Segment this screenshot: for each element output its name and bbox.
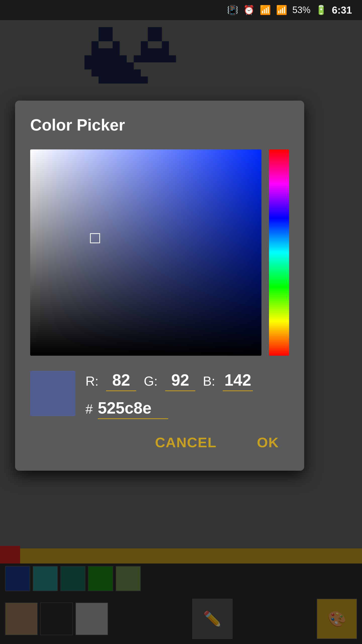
picker-area[interactable] xyxy=(30,149,289,356)
color-preview-swatch xyxy=(30,371,75,416)
dialog-title: Color Picker xyxy=(30,116,289,134)
color-inputs: R: 82 G: 92 B: 142 # 525c8e xyxy=(85,371,289,419)
color-gradient[interactable] xyxy=(30,149,261,356)
dialog-buttons: CANCEL OK xyxy=(30,429,289,456)
rgb-row: R: 82 G: 92 B: 142 xyxy=(85,371,289,391)
g-label: G: xyxy=(144,374,158,389)
gradient-crosshair[interactable] xyxy=(90,233,100,243)
time-display: 6:31 xyxy=(332,5,352,16)
alarm-icon: ⏰ xyxy=(243,5,255,15)
b-value[interactable]: 142 xyxy=(223,371,253,391)
r-value[interactable]: 82 xyxy=(106,371,136,391)
color-picker-dialog: Color Picker R: 82 G: 92 B: 142 # 525c8e xyxy=(15,101,304,471)
color-values-section: R: 82 G: 92 B: 142 # 525c8e xyxy=(30,371,289,419)
status-bar: 📳 ⏰ 📶 📶 53% 🔋 6:31 xyxy=(0,0,362,20)
hue-slider[interactable] xyxy=(269,149,289,356)
signal-icon: 📶 xyxy=(276,5,287,15)
g-value[interactable]: 92 xyxy=(165,371,195,391)
battery-text: 53% xyxy=(292,5,310,15)
b-label: B: xyxy=(203,374,215,389)
wifi-icon: 📶 xyxy=(260,5,271,15)
ok-button[interactable]: OK xyxy=(247,429,289,456)
r-label: R: xyxy=(85,374,99,389)
battery-icon: 🔋 xyxy=(315,5,327,15)
hex-value[interactable]: 525c8e xyxy=(98,399,168,419)
vibrate-icon: 📳 xyxy=(227,5,238,15)
hex-row: # 525c8e xyxy=(85,399,289,419)
hex-label: # xyxy=(85,401,93,417)
cancel-button[interactable]: CANCEL xyxy=(145,429,227,456)
